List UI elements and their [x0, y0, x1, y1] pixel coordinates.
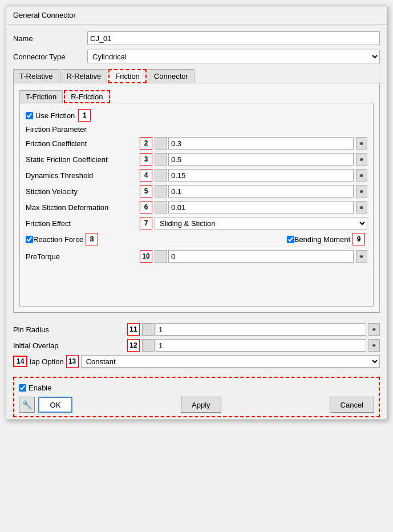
connector-type-select[interactable]: Cylindrical — [87, 50, 380, 63]
bending-moment-checkbox[interactable] — [287, 236, 294, 243]
cancel-label: Cancel — [341, 401, 363, 409]
param-row-dynamics-threshold: Dynamics Threshold 4 ≡ — [26, 169, 367, 182]
use-friction-row: Use Friction 1 — [26, 109, 367, 122]
ok-label: OK — [50, 401, 61, 409]
initial-overlap-equals[interactable]: ≡ — [368, 339, 380, 352]
param-label-1: Static Friction Coefficient — [26, 155, 140, 164]
param-equals-0[interactable]: ≡ — [356, 137, 367, 150]
buttons-row: 🔧 OK Apply Cancel — [19, 397, 374, 413]
param-btn-4[interactable] — [155, 201, 167, 213]
tab-t-friction[interactable]: T-Friction — [19, 90, 63, 103]
tab-r-relative[interactable]: R-Relative — [60, 69, 108, 83]
spacer-area — [26, 266, 367, 300]
pin-radius-equals[interactable]: ≡ — [368, 323, 380, 336]
param-equals-1[interactable]: ≡ — [356, 153, 367, 166]
bending-moment-label: Bending Moment — [294, 235, 350, 244]
param-label-4: Max Stiction Deformation — [26, 203, 140, 212]
badge-12: 12 — [127, 339, 140, 352]
pin-radius-label: Pin Radius — [13, 325, 127, 334]
ok-button[interactable]: OK — [38, 397, 72, 413]
friction-effect-label: Friction Effect — [26, 219, 140, 228]
param-equals-4[interactable]: ≡ — [356, 201, 367, 213]
main-window: General Connector Name Connector Type Cy… — [6, 6, 387, 420]
param-equals-2[interactable]: ≡ — [356, 169, 367, 182]
badge-8: 8 — [86, 233, 98, 245]
param-btn-1[interactable] — [155, 153, 167, 166]
title-bar: General Connector — [6, 6, 387, 25]
checks-line: Reaction Force 8 Bending Moment 9 — [26, 233, 367, 245]
overlap-option-select[interactable]: Constant Variable — [81, 355, 380, 368]
param-input-1[interactable] — [168, 153, 354, 166]
enable-label: Enable — [29, 384, 51, 392]
enable-checkbox[interactable] — [19, 384, 26, 392]
initial-overlap-btn[interactable] — [142, 339, 155, 352]
param-btn-0[interactable] — [155, 137, 167, 150]
badge-5: 5 — [140, 185, 152, 198]
apply-button[interactable]: Apply — [181, 397, 221, 413]
window-title: General Connector — [13, 11, 76, 19]
param-row-friction-coeff: Friction Coefficient 2 ≡ — [26, 137, 367, 150]
param-equals-3[interactable]: ≡ — [356, 185, 367, 198]
friction-effect-row: Friction Effect 7 Sliding & Stiction Sli… — [26, 217, 367, 229]
pretorque-label: PreTorque — [26, 252, 140, 261]
pretorque-row: PreTorque 10 ≡ — [26, 250, 367, 263]
use-friction-checkbox[interactable] — [26, 112, 33, 119]
enable-row: Enable — [19, 381, 374, 394]
badge-4: 4 — [140, 169, 152, 182]
badge-7: 7 — [140, 217, 152, 229]
name-row: Name — [13, 31, 380, 45]
pretorque-btn[interactable] — [155, 250, 167, 263]
icon-button[interactable]: 🔧 — [19, 397, 35, 413]
param-input-4[interactable] — [168, 201, 354, 213]
badge-11: 11 — [127, 323, 140, 336]
friction-effect-select[interactable]: Sliding & Stiction Sliding Only Stiction… — [155, 217, 367, 229]
main-panel: T-Friction R-Friction Use Friction 1 Fir… — [13, 83, 380, 313]
badge-6: 6 — [140, 201, 152, 213]
name-input[interactable] — [87, 31, 380, 45]
reaction-force-checkbox[interactable] — [26, 236, 33, 243]
param-label-3: Stiction Velocity — [26, 187, 140, 196]
initial-overlap-row: Initial Overlap 12 ≡ — [13, 339, 380, 352]
param-btn-2[interactable] — [155, 169, 167, 182]
pretorque-equals[interactable]: ≡ — [356, 250, 367, 263]
badge-3: 3 — [140, 153, 152, 166]
param-row-stiction-velocity: Stiction Velocity 5 ≡ — [26, 185, 367, 198]
inner-tabs: T-Friction R-Friction — [19, 90, 374, 103]
tab-t-relative[interactable]: T-Relative — [13, 69, 59, 83]
connector-type-label: Connector Type — [13, 53, 87, 61]
initial-overlap-label: Initial Overlap — [13, 341, 127, 350]
apply-label: Apply — [192, 401, 210, 409]
use-friction-label: Use Friction — [35, 111, 75, 120]
outer-tabs: T-Relative R-Relative Friction Connector — [13, 69, 380, 83]
footer-section: Enable 🔧 OK Apply Cancel — [13, 377, 380, 417]
content-area: Name Connector Type Cylindrical T-Relati… — [6, 25, 387, 320]
initial-overlap-input[interactable] — [156, 339, 366, 352]
param-input-3[interactable] — [168, 185, 354, 198]
param-row-static-coeff: Static Friction Coefficient 3 ≡ — [26, 153, 367, 166]
name-label: Name — [13, 34, 87, 43]
param-label-2: Dynamics Threshold — [26, 171, 140, 180]
pretorque-input[interactable] — [168, 250, 354, 263]
badge-9: 9 — [353, 233, 365, 245]
reaction-force-label: Reaction Force — [33, 235, 83, 244]
tab-connector[interactable]: Connector — [148, 69, 195, 83]
tool-icon: 🔧 — [22, 400, 32, 409]
tab-r-friction[interactable]: R-Friction — [64, 90, 110, 103]
param-label-0: Friction Coefficient — [26, 139, 140, 148]
badge-13: 13 — [66, 355, 79, 368]
badge-2: 2 — [140, 137, 152, 150]
badge-1: 1 — [78, 109, 91, 122]
bottom-section: Pin Radius 11 ≡ Initial Overlap 12 ≡ 14 … — [6, 320, 387, 374]
tab-friction[interactable]: Friction — [108, 69, 147, 83]
param-input-0[interactable] — [168, 137, 354, 150]
pin-radius-row: Pin Radius 11 ≡ — [13, 323, 380, 336]
pin-radius-btn[interactable] — [142, 323, 155, 336]
connector-type-row: Connector Type Cylindrical — [13, 50, 380, 63]
param-btn-3[interactable] — [155, 185, 167, 198]
pin-radius-input[interactable] — [156, 323, 366, 336]
section-title: Firction Parameter — [26, 125, 367, 134]
inner-panel: Use Friction 1 Firction Parameter Fricti… — [19, 103, 374, 307]
param-input-2[interactable] — [168, 169, 354, 182]
badge-10: 10 — [140, 250, 152, 263]
cancel-button[interactable]: Cancel — [330, 397, 374, 413]
